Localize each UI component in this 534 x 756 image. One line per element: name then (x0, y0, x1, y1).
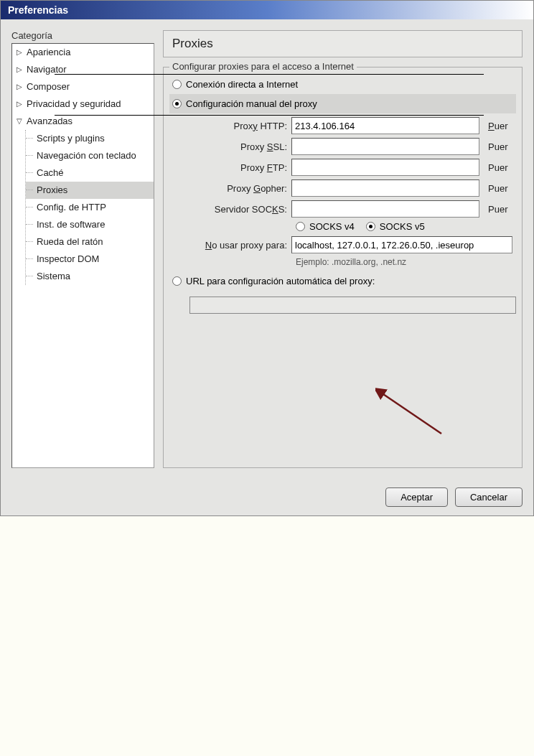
chevron-down-icon: ▽ (17, 114, 24, 129)
tree-label: Rueda del ratón (37, 235, 103, 249)
ftp-proxy-input[interactable] (291, 159, 479, 176)
http-proxy-label: Proxy HTTP: (184, 121, 291, 131)
radio-direct-connection[interactable]: Conexión directa a Internet (169, 75, 516, 94)
tree-item-composer[interactable]: ▷Composer (12, 78, 154, 95)
socks-server-label: Servidor SOCKS: (184, 204, 291, 215)
annotation-line (55, 115, 484, 116)
radio-icon (172, 99, 182, 108)
tree-item-inspector[interactable]: Inspector DOM (26, 251, 154, 268)
radio-auto-config[interactable]: URL para configuración automática del pr… (169, 271, 516, 291)
socks-server-input[interactable] (291, 200, 479, 218)
chevron-right-icon: ▷ (17, 97, 24, 111)
gopher-proxy-label: Proxy Gopher: (184, 183, 291, 194)
tree-item-navigator[interactable]: ▷Navigator (12, 61, 154, 78)
category-label: Categoría (11, 30, 154, 41)
tree-label: Sistema (37, 269, 70, 284)
auto-config-url-input (189, 297, 516, 314)
radio-socks-v4[interactable]: SOCKS v4 (296, 221, 355, 232)
radio-label: Conexión directa a Internet (186, 79, 298, 90)
ssl-proxy-label: Proxy SSL: (184, 141, 291, 152)
radio-icon (172, 80, 182, 89)
radio-icon (366, 222, 375, 231)
port-label: Puer (488, 183, 507, 194)
tree-label: Avanzadas (27, 114, 72, 129)
tree-item-http[interactable]: Config. de HTTP (26, 199, 154, 216)
tree-label: Composer (27, 80, 70, 94)
ftp-proxy-label: Proxy FTP: (184, 162, 291, 173)
tree-label: Scripts y plugins (37, 131, 105, 146)
cancel-button[interactable]: Cancelar (455, 487, 523, 507)
annotation-line (55, 74, 484, 75)
page-title: Proxies (163, 30, 523, 57)
tree-item-navegacion[interactable]: Navegación con teclado (26, 147, 154, 164)
radio-icon (172, 276, 182, 286)
tree-label: Apariencia (27, 45, 70, 60)
port-label: Puer (488, 162, 507, 173)
category-tree[interactable]: ▷Apariencia ▷Navigator ▷Composer ▷Privac… (11, 43, 154, 468)
no-proxy-input[interactable] (291, 236, 512, 253)
tree-label: Config. de HTTP (37, 200, 106, 215)
tree-label: Navegación con teclado (37, 149, 136, 163)
tree-item-apariencia[interactable]: ▷Apariencia (12, 44, 154, 61)
tree-label: Proxies (37, 183, 67, 197)
tree-item-cache[interactable]: Caché (26, 164, 154, 182)
tree-label: Privacidad y seguridad (27, 97, 121, 111)
svg-line-1 (381, 393, 441, 434)
groupbox-title: Configurar proxies para el acceso a Inte… (169, 61, 357, 72)
chevron-right-icon: ▷ (17, 80, 24, 94)
radio-label: URL para configuración automática del pr… (186, 276, 375, 286)
tree-label: Inst. de software (37, 218, 105, 232)
gopher-proxy-input[interactable] (291, 179, 479, 197)
chevron-right-icon: ▷ (17, 62, 24, 77)
radio-icon (296, 222, 305, 231)
tree-item-scripts[interactable]: Scripts y plugins (26, 130, 154, 147)
no-proxy-hint: Ejemplo: .mozilla.org, .net.nz (296, 257, 516, 267)
ssl-proxy-input[interactable] (291, 138, 479, 155)
window-titlebar: Preferencias (1, 1, 533, 19)
radio-label: SOCKS v4 (309, 221, 355, 232)
tree-label: Navigator (27, 62, 67, 77)
no-proxy-label: No usar proxy para: (184, 240, 291, 251)
accept-button[interactable]: Aceptar (385, 487, 448, 507)
http-proxy-input[interactable] (291, 117, 479, 134)
port-label: Puer (488, 121, 507, 131)
tree-label: Caché (37, 166, 64, 180)
tree-item-rueda[interactable]: Rueda del ratón (26, 233, 154, 251)
tree-item-sistema[interactable]: Sistema (26, 268, 154, 285)
port-label: Puer (488, 204, 507, 215)
tree-item-proxies[interactable]: Proxies (26, 182, 154, 199)
radio-socks-v5[interactable]: SOCKS v5 (366, 221, 425, 232)
chevron-right-icon: ▷ (17, 45, 24, 60)
tree-label: Inspector DOM (37, 252, 99, 266)
port-label: Puer (488, 141, 507, 152)
radio-manual-proxy[interactable]: Configuración manual del proxy (169, 94, 516, 113)
radio-label: SOCKS v5 (380, 221, 425, 232)
tree-item-privacidad[interactable]: ▷Privacidad y seguridad (12, 95, 154, 113)
radio-label: Configuración manual del proxy (186, 98, 317, 109)
arrow-annotation-icon (375, 387, 447, 441)
tree-item-inst[interactable]: Inst. de software (26, 216, 154, 233)
